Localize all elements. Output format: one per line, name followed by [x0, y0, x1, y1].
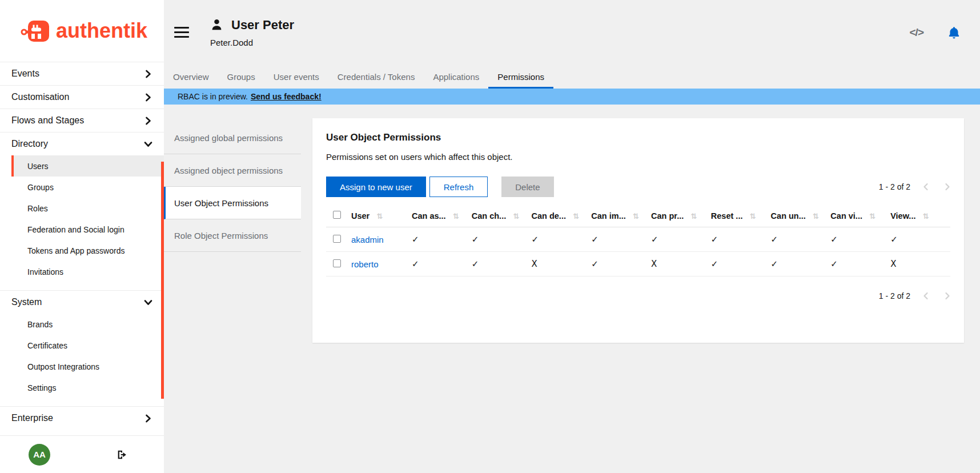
permission-value: ✓ [711, 227, 771, 252]
subnav-assigned-global-permissions[interactable]: Assigned global permissions [164, 122, 301, 154]
page-title: User Peter [231, 18, 294, 33]
sort-icon[interactable]: ⇅ [513, 212, 519, 221]
sidebar: authentik Events Customisation Flows and… [0, 0, 164, 473]
table-row: roberto ✓ ✓ X ✓ X ✓ ✓ ✓ X [326, 252, 950, 276]
sidebar-item-tokens-and-app-passwords[interactable]: Tokens and App passwords [11, 240, 164, 261]
tab-user-events[interactable]: User events [264, 65, 328, 89]
sign-out-icon[interactable] [116, 448, 128, 461]
tab-permissions[interactable]: Permissions [488, 65, 553, 89]
permission-value: ✓ [591, 227, 651, 252]
subnav-user-object-permissions[interactable]: User Object Permissions [164, 187, 301, 219]
sort-icon[interactable]: ⇅ [813, 212, 819, 221]
sidebar-item-events[interactable]: Events [0, 62, 164, 85]
sidebar-item-customisation[interactable]: Customisation [0, 86, 164, 109]
user-object-permissions-panel: User Object Permissions Permissions set … [312, 118, 964, 343]
sidebar-item-certificates[interactable]: Certificates [11, 335, 164, 356]
table-row: akadmin ✓ ✓ ✓ ✓ ✓ ✓ ✓ ✓ ✓ [326, 227, 950, 252]
sidebar-item-users[interactable]: Users [11, 155, 164, 177]
tab-credentials-tokens[interactable]: Credentials / Tokens [328, 65, 424, 89]
sidebar-item-brands[interactable]: Brands [11, 314, 164, 335]
feedback-link[interactable]: Send us feedback! [251, 92, 322, 101]
permission-value: ✓ [412, 227, 472, 252]
sidebar-item-directory[interactable]: Directory [0, 133, 164, 155]
sort-icon[interactable]: ⇅ [749, 212, 756, 221]
tab-applications[interactable]: Applications [424, 65, 488, 89]
sidebar-item-roles[interactable]: Roles [11, 198, 164, 219]
sidebar-group-system: System Brands Certificates Outpost Integ… [0, 291, 164, 406]
pagination-top: 1 - 2 of 2 [879, 182, 950, 191]
permission-value: ✓ [591, 252, 651, 276]
subnav-assigned-object-permissions[interactable]: Assigned object permissions [164, 154, 301, 187]
sidebar-item-invitations[interactable]: Invitations [11, 261, 164, 282]
authentik-logo: authentik [0, 0, 164, 62]
sort-icon[interactable]: ⇅ [633, 212, 639, 221]
api-code-icon[interactable]: </> [910, 26, 923, 39]
select-all-checkbox[interactable] [333, 211, 341, 219]
hamburger-icon[interactable] [174, 27, 189, 38]
refresh-button[interactable]: Refresh [429, 177, 488, 197]
permission-value: ✓ [472, 252, 532, 276]
chevron-down-icon [144, 141, 152, 147]
assign-to-new-user-button[interactable]: Assign to new user [326, 177, 426, 197]
tab-groups[interactable]: Groups [218, 65, 264, 89]
delete-button[interactable]: Delete [501, 177, 553, 197]
sort-icon[interactable]: ⇅ [376, 212, 383, 221]
sidebar-item-settings[interactable]: Settings [11, 377, 164, 398]
chevron-right-icon [145, 93, 151, 102]
pagination-label: 1 - 2 of 2 [879, 291, 910, 300]
permission-value: X [890, 252, 950, 276]
permission-value: ✓ [890, 227, 950, 252]
tab-bar: Overview Groups User events Credentials … [164, 65, 980, 89]
pagination-next-icon[interactable] [945, 292, 950, 300]
permission-value: ✓ [412, 252, 472, 276]
content-area: Assigned global permissions Assigned obj… [164, 105, 980, 473]
permission-value: X [532, 252, 592, 276]
pagination-prev-icon[interactable] [923, 292, 929, 300]
table-header-row: User⇅ Can as...⇅ Can ch...⇅ Can de...⇅ C… [326, 205, 950, 227]
permission-value: ✓ [830, 227, 890, 252]
authentik-logo-icon [21, 18, 50, 43]
sidebar-item-system[interactable]: System [0, 291, 164, 314]
pagination-prev-icon[interactable] [923, 183, 929, 191]
permission-value: ✓ [830, 252, 890, 276]
chevron-down-icon [144, 299, 152, 306]
permissions-subnav: Assigned global permissions Assigned obj… [164, 122, 301, 252]
chevron-right-icon [145, 70, 151, 78]
sort-icon[interactable]: ⇅ [690, 212, 697, 221]
sort-icon[interactable]: ⇅ [573, 212, 579, 221]
row-checkbox[interactable] [333, 235, 341, 243]
pagination-bottom: 1 - 2 of 2 [326, 291, 950, 300]
sidebar-item-federation-and-social-login[interactable]: Federation and Social login [11, 219, 164, 240]
sort-icon[interactable]: ⇅ [453, 212, 459, 221]
chevron-right-icon [145, 414, 151, 423]
sidebar-footer: AA [0, 435, 164, 473]
permission-value: ✓ [711, 252, 771, 276]
subnav-role-object-permissions[interactable]: Role Object Permissions [164, 219, 301, 252]
permissions-table: User⇅ Can as...⇅ Can ch...⇅ Can de...⇅ C… [326, 205, 950, 276]
tab-overview[interactable]: Overview [164, 65, 218, 89]
pagination-label: 1 - 2 of 2 [879, 182, 910, 191]
user-link[interactable]: roberto [351, 259, 379, 269]
permission-value: ✓ [472, 227, 532, 252]
permission-value: ✓ [771, 252, 831, 276]
user-link[interactable]: akadmin [351, 235, 384, 244]
sidebar-item-enterprise[interactable]: Enterprise [0, 407, 164, 430]
sidebar-item-flows-and-stages[interactable]: Flows and Stages [0, 109, 164, 132]
sidebar-item-groups[interactable]: Groups [11, 177, 164, 198]
avatar[interactable]: AA [29, 444, 50, 466]
page-subtitle: Peter.Dodd [210, 38, 294, 47]
sort-icon[interactable]: ⇅ [869, 212, 875, 221]
sidebar-item-outpost-integrations[interactable]: Outpost Integrations [11, 356, 164, 377]
toolbar: Assign to new user Refresh Delete 1 - 2 … [326, 177, 950, 197]
notification-bell-icon[interactable] [947, 26, 961, 39]
sidebar-scrollbar[interactable] [161, 162, 164, 399]
chevron-right-icon [145, 117, 151, 125]
permission-value: ✓ [771, 227, 831, 252]
main-area: User Peter Peter.Dodd </> Overview Group… [164, 0, 980, 473]
rbac-preview-banner: RBAC is in preview. Send us feedback! [164, 89, 980, 105]
sort-icon[interactable]: ⇅ [922, 212, 929, 221]
row-checkbox[interactable] [333, 259, 341, 267]
authentik-logo-text: authentik [56, 19, 147, 43]
user-icon [210, 18, 223, 31]
pagination-next-icon[interactable] [945, 183, 950, 191]
